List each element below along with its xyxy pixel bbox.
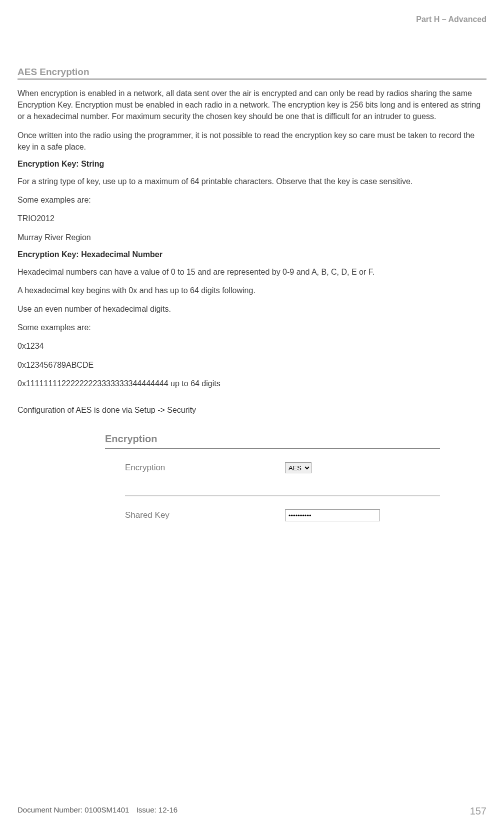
shared-key-label: Shared Key xyxy=(125,510,285,520)
body-paragraph: Some examples are: xyxy=(18,322,486,333)
body-paragraph: Use an even number of hexadecimal digits… xyxy=(18,303,486,315)
body-paragraph: When encryption is enabled in a network,… xyxy=(18,88,486,123)
page-number: 157 xyxy=(470,805,486,817)
example-value: TRIO2012 xyxy=(18,213,486,224)
panel-divider xyxy=(125,495,440,496)
body-paragraph: A hexadecimal key begins with 0x and has… xyxy=(18,285,486,296)
body-paragraph: Some examples are: xyxy=(18,194,486,206)
part-header: Part H – Advanced xyxy=(18,15,486,24)
doc-issue: Issue: 12-16 xyxy=(136,805,178,814)
doc-number: Document Number: 0100SM1401 xyxy=(18,805,129,814)
body-paragraph: Once written into the radio using the pr… xyxy=(18,130,486,153)
subheading-string: Encryption Key: String xyxy=(18,160,486,169)
body-paragraph: Hexadecimal numbers can have a value of … xyxy=(18,266,486,278)
encryption-row: Encryption AES xyxy=(105,458,440,478)
section-title: AES Encryption xyxy=(18,67,486,80)
subheading-hex: Encryption Key: Hexadecimal Number xyxy=(18,250,486,259)
encryption-config-panel: Encryption Encryption AES Shared Key xyxy=(105,433,440,525)
body-paragraph: Configuration of AES is done via Setup -… xyxy=(18,404,486,416)
example-value: 0x11111111222222223333333344444444 up to… xyxy=(18,378,486,389)
panel-heading: Encryption xyxy=(105,433,440,449)
shared-key-input[interactable] xyxy=(285,509,380,521)
encryption-label: Encryption xyxy=(125,463,285,473)
shared-key-row: Shared Key xyxy=(105,505,440,525)
body-paragraph: For a string type of key, use up to a ma… xyxy=(18,176,486,187)
encryption-select[interactable]: AES xyxy=(285,462,312,473)
example-value: 0x1234 xyxy=(18,340,486,352)
page-footer: Document Number: 0100SM1401 Issue: 12-16… xyxy=(18,805,486,819)
example-value: 0x123456789ABCDE xyxy=(18,359,486,371)
example-value: Murray River Region xyxy=(18,232,486,243)
